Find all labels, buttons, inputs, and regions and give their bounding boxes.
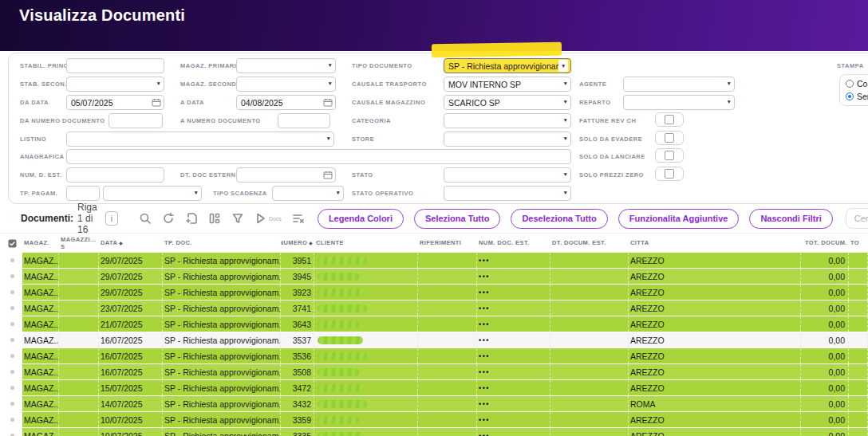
col-header-to-cut[interactable]: TO bbox=[849, 234, 868, 253]
da-data-input[interactable] bbox=[66, 95, 164, 110]
cell-dt-docum-est bbox=[550, 380, 629, 395]
cell-riferimenti bbox=[418, 348, 477, 363]
table-row[interactable]: MAGAZ... 16/07/2025 SP - Richiesta appro… bbox=[0, 348, 868, 364]
dt-doc-esterno-input[interactable] bbox=[236, 167, 336, 183]
table-row[interactable]: MAGAZ... 21/07/2025 SP - Richiesta appro… bbox=[0, 316, 868, 332]
cell-num-doc-est[interactable]: ••• bbox=[477, 316, 550, 332]
col-header-tp-doc[interactable]: TP. DOC. bbox=[163, 234, 281, 253]
agente-select[interactable] bbox=[623, 77, 735, 92]
listino-select[interactable] bbox=[66, 132, 334, 147]
row-indicator-cell bbox=[0, 285, 22, 300]
table-row[interactable]: MAGAZ... 16/07/2025 SP - Richiesta appro… bbox=[0, 332, 868, 348]
col-header-dt-docum-est[interactable]: DT. DOCUM. EST. bbox=[550, 234, 629, 253]
column-chooser-icon[interactable] bbox=[208, 212, 221, 225]
table-row[interactable]: MAGAZ... 15/07/2025 SP - Richiesta appro… bbox=[0, 380, 868, 396]
calendar-icon[interactable] bbox=[323, 98, 333, 107]
causale-trasporto-select[interactable]: MOV INTERNO SP bbox=[444, 77, 571, 92]
a-numero-documento-input[interactable] bbox=[278, 113, 330, 128]
funzionalita-aggiuntive-button[interactable]: Funzionalita Aggiuntive bbox=[618, 209, 740, 229]
clear-filters-icon[interactable] bbox=[292, 212, 305, 225]
nascondi-filtri-button[interactable]: Nascondi Filtri bbox=[749, 209, 832, 229]
cell-magaz: MAGAZ... bbox=[22, 300, 59, 316]
cell-num-doc-est[interactable]: ••• bbox=[477, 332, 550, 348]
anagrafica-input[interactable] bbox=[66, 149, 571, 164]
filter-icon[interactable] bbox=[231, 212, 244, 225]
tipo-documento-select[interactable]: SP - Richiesta approvvigionamer bbox=[444, 58, 571, 73]
deseleziona-tutto-button[interactable]: Deseleziona Tutto bbox=[511, 209, 607, 229]
col-header-cliente[interactable]: CLIENTE bbox=[314, 234, 418, 253]
da-numero-documento-input[interactable] bbox=[108, 113, 163, 128]
listino-label: LISTINO bbox=[20, 136, 46, 143]
table-row[interactable]: MAGAZ... 29/07/2025 SP - Richiesta appro… bbox=[0, 285, 868, 300]
col-header-numero[interactable]: NUMERO bbox=[281, 234, 314, 253]
fatture-rev-ch-checkbox[interactable] bbox=[655, 112, 684, 127]
docs-export-icon[interactable]: Docs bbox=[254, 212, 282, 225]
stampa-radio-group: Con Senz bbox=[839, 74, 868, 106]
stampa-option-senza[interactable]: Senz bbox=[846, 90, 868, 103]
categoria-select[interactable] bbox=[444, 113, 571, 128]
magaz-primario-select[interactable] bbox=[236, 58, 336, 73]
cell-num-doc-est[interactable]: ••• bbox=[477, 396, 550, 411]
table-row[interactable]: MAGAZ... 10/07/2025 SP - Richiesta appro… bbox=[0, 412, 868, 428]
cell-num-doc-est[interactable]: ••• bbox=[477, 412, 550, 427]
table-row[interactable]: MAGAZ... 14/07/2025 SP - Richiesta appro… bbox=[0, 396, 868, 412]
col-header-data[interactable]: DATA bbox=[99, 234, 163, 253]
row-indicator-cell bbox=[0, 396, 22, 411]
row-dot-icon bbox=[10, 402, 14, 406]
num-d-est-input[interactable] bbox=[66, 167, 164, 183]
calendar-icon[interactable] bbox=[152, 98, 161, 107]
col-header-magaz[interactable]: MAGAZ. bbox=[22, 234, 59, 253]
cell-to-cut bbox=[849, 364, 868, 379]
table-row[interactable]: MAGAZ... 16/07/2025 SP - Richiesta appro… bbox=[0, 364, 868, 380]
select-all-checkbox[interactable] bbox=[0, 234, 22, 253]
legenda-colori-button[interactable]: Legenda Colori bbox=[318, 209, 404, 229]
tipo-scadenza-select[interactable] bbox=[272, 186, 344, 201]
magaz-second-select[interactable] bbox=[236, 77, 336, 92]
col-header-magazzino[interactable]: MAGAZZI... S bbox=[59, 234, 99, 253]
calendar-icon[interactable] bbox=[323, 171, 333, 179]
chevron-down-icon bbox=[194, 193, 199, 194]
tp-pagam-select[interactable] bbox=[103, 186, 202, 201]
causale-magazzino-select[interactable]: SCARICO SP bbox=[444, 95, 571, 110]
cell-num-doc-est[interactable]: ••• bbox=[477, 285, 550, 300]
solo-prezzi-zero-checkbox[interactable] bbox=[655, 167, 684, 181]
cell-num-doc-est[interactable]: ••• bbox=[477, 269, 550, 284]
cell-tot-docum: 0,00 bbox=[801, 396, 849, 411]
col-header-num-doc-est[interactable]: NUM. DOC. EST. bbox=[477, 234, 550, 253]
cell-cliente bbox=[314, 285, 418, 300]
stato-select[interactable] bbox=[444, 167, 571, 183]
solo-da-lanciare-checkbox[interactable] bbox=[655, 148, 684, 163]
cell-num-doc-est[interactable]: ••• bbox=[477, 364, 550, 379]
col-header-riferimenti[interactable]: RIFERIMENTI bbox=[418, 234, 477, 253]
seleziona-tutto-button[interactable]: Seleziona Tutto bbox=[414, 209, 500, 229]
col-header-tot-docum[interactable]: TOT. DOCUM. bbox=[801, 234, 849, 253]
search-icon[interactable] bbox=[139, 212, 152, 225]
tp-pagam-code-input[interactable] bbox=[66, 186, 100, 201]
stabil-princ-input[interactable] bbox=[66, 58, 164, 73]
info-button[interactable]: i bbox=[105, 211, 118, 226]
cell-num-doc-est[interactable]: ••• bbox=[477, 253, 550, 268]
cell-num-doc-est[interactable]: ••• bbox=[477, 348, 550, 363]
refresh-icon[interactable] bbox=[162, 212, 175, 225]
a-data-input[interactable] bbox=[236, 95, 336, 110]
stab-secon-select[interactable] bbox=[66, 77, 164, 92]
new-document-icon[interactable] bbox=[185, 212, 198, 225]
store-select[interactable] bbox=[444, 132, 571, 147]
table-row[interactable]: MAGAZ... 23/07/2025 SP - Richiesta appro… bbox=[0, 300, 868, 316]
cell-cliente bbox=[314, 364, 418, 379]
table-row[interactable]: MAGAZ... 29/07/2025 SP - Richiesta appro… bbox=[0, 269, 868, 285]
cell-riferimenti bbox=[418, 412, 477, 427]
cell-num-doc-est[interactable]: ••• bbox=[477, 380, 550, 395]
table-row[interactable]: MAGAZ... 29/07/2025 SP - Richiesta appro… bbox=[0, 253, 868, 269]
col-header-citta[interactable]: CITTA bbox=[629, 234, 801, 253]
reparto-select[interactable] bbox=[623, 95, 735, 110]
stato-operativo-select[interactable] bbox=[444, 186, 571, 201]
search-input[interactable] bbox=[846, 208, 868, 229]
cell-num-doc-est[interactable]: ••• bbox=[477, 300, 550, 316]
cell-num-doc-est[interactable]: ••• bbox=[477, 428, 550, 436]
table-row[interactable]: MAGAZ... 10/07/2025 SP - Richiesta appro… bbox=[0, 428, 868, 436]
solo-da-evadere-checkbox[interactable] bbox=[655, 131, 684, 145]
cell-numero: 3432 bbox=[281, 396, 314, 411]
checkbox-icon bbox=[665, 115, 674, 124]
stampa-option-con[interactable]: Con bbox=[846, 77, 868, 90]
